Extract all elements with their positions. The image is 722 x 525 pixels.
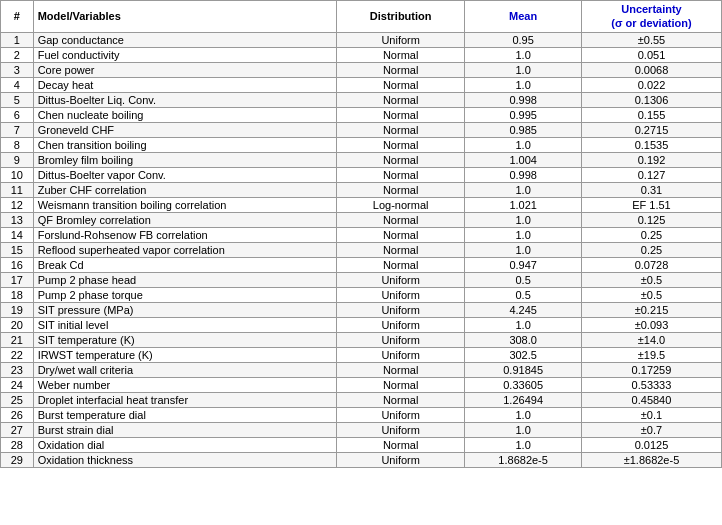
cell-model: Oxidation thickness [33,452,336,467]
table-row: 8Chen transition boilingNormal1.00.1535 [1,137,722,152]
cell-model: Oxidation dial [33,437,336,452]
cell-mean: 1.0 [465,317,582,332]
table-row: 27Burst strain dialUniform1.0±0.7 [1,422,722,437]
cell-mean: 0.998 [465,167,582,182]
cell-distribution: Uniform [336,332,464,347]
cell-model: Dry/wet wall criteria [33,362,336,377]
cell-num: 2 [1,47,34,62]
cell-mean: 302.5 [465,347,582,362]
cell-num: 12 [1,197,34,212]
cell-model: Dittus-Boelter Liq. Conv. [33,92,336,107]
cell-model: Weber number [33,377,336,392]
cell-mean: 4.245 [465,302,582,317]
cell-uncertainty: 0.155 [581,107,721,122]
cell-model: SIT initial level [33,317,336,332]
cell-distribution: Uniform [336,422,464,437]
cell-uncertainty: ±0.7 [581,422,721,437]
table-row: 6Chen nucleate boilingNormal0.9950.155 [1,107,722,122]
cell-model: Bromley film boiling [33,152,336,167]
cell-model: Forslund-Rohsenow FB correlation [33,227,336,242]
header-num: # [1,1,34,33]
table-row: 15Reflood superheated vapor correlationN… [1,242,722,257]
cell-distribution: Normal [336,152,464,167]
cell-num: 14 [1,227,34,242]
cell-mean: 1.0 [465,182,582,197]
table-row: 11Zuber CHF correlationNormal1.00.31 [1,182,722,197]
cell-num: 24 [1,377,34,392]
cell-distribution: Uniform [336,407,464,422]
cell-uncertainty: 0.192 [581,152,721,167]
cell-mean: 1.26494 [465,392,582,407]
cell-mean: 1.0 [465,227,582,242]
cell-mean: 1.0 [465,437,582,452]
cell-distribution: Normal [336,77,464,92]
table-body: 1Gap conductanceUniform0.95±0.552Fuel co… [1,32,722,467]
table-row: 29Oxidation thicknessUniform1.8682e-5±1.… [1,452,722,467]
table-row: 19SIT pressure (MPa)Uniform4.245±0.215 [1,302,722,317]
cell-model: SIT temperature (K) [33,332,336,347]
header-model: Model/Variables [33,1,336,33]
header-mean: Mean [465,1,582,33]
cell-uncertainty: 0.25 [581,242,721,257]
cell-num: 21 [1,332,34,347]
cell-model: IRWST temperature (K) [33,347,336,362]
table-row: 28Oxidation dialNormal1.00.0125 [1,437,722,452]
table-row: 26Burst temperature dialUniform1.0±0.1 [1,407,722,422]
table-row: 4Decay heatNormal1.00.022 [1,77,722,92]
cell-distribution: Normal [336,167,464,182]
cell-uncertainty: ±0.1 [581,407,721,422]
cell-uncertainty: 0.53333 [581,377,721,392]
cell-distribution: Uniform [336,302,464,317]
cell-uncertainty: ±0.093 [581,317,721,332]
table-row: 3Core powerNormal1.00.0068 [1,62,722,77]
table-row: 2Fuel conductivityNormal1.00.051 [1,47,722,62]
cell-model: Core power [33,62,336,77]
cell-num: 22 [1,347,34,362]
table-row: 10Dittus-Boelter vapor Conv.Normal0.9980… [1,167,722,182]
cell-num: 9 [1,152,34,167]
cell-num: 8 [1,137,34,152]
cell-mean: 1.0 [465,77,582,92]
cell-distribution: Uniform [336,287,464,302]
cell-model: Weismann transition boiling correlation [33,197,336,212]
cell-distribution: Log-normal [336,197,464,212]
header-uncertainty: Uncertainty (σ or deviation) [581,1,721,33]
cell-uncertainty: 0.0125 [581,437,721,452]
cell-num: 10 [1,167,34,182]
cell-uncertainty: 0.45840 [581,392,721,407]
cell-num: 11 [1,182,34,197]
cell-mean: 1.0 [465,242,582,257]
cell-uncertainty: 0.125 [581,212,721,227]
cell-mean: 0.95 [465,32,582,47]
cell-model: Burst strain dial [33,422,336,437]
table-row: 18Pump 2 phase torqueUniform0.5±0.5 [1,287,722,302]
cell-uncertainty: 0.127 [581,167,721,182]
cell-model: Chen transition boiling [33,137,336,152]
cell-mean: 1.0 [465,62,582,77]
table-row: 9Bromley film boilingNormal1.0040.192 [1,152,722,167]
cell-num: 15 [1,242,34,257]
cell-mean: 1.8682e-5 [465,452,582,467]
cell-mean: 1.021 [465,197,582,212]
cell-model: Decay heat [33,77,336,92]
cell-model: Reflood superheated vapor correlation [33,242,336,257]
cell-mean: 0.947 [465,257,582,272]
cell-distribution: Uniform [336,347,464,362]
cell-distribution: Normal [336,182,464,197]
table-row: 21SIT temperature (K)Uniform308.0±14.0 [1,332,722,347]
cell-model: Groneveld CHF [33,122,336,137]
cell-model: Burst temperature dial [33,407,336,422]
cell-uncertainty: ±0.5 [581,272,721,287]
cell-distribution: Normal [336,392,464,407]
cell-distribution: Normal [336,47,464,62]
cell-distribution: Normal [336,62,464,77]
cell-uncertainty: 0.0068 [581,62,721,77]
table-row: 12Weismann transition boiling correlatio… [1,197,722,212]
table-row: 5Dittus-Boelter Liq. Conv.Normal0.9980.1… [1,92,722,107]
table-row: 13QF Bromley correlationNormal1.00.125 [1,212,722,227]
cell-num: 27 [1,422,34,437]
cell-uncertainty: 0.25 [581,227,721,242]
cell-mean: 1.004 [465,152,582,167]
cell-distribution: Normal [336,242,464,257]
cell-uncertainty: ±0.55 [581,32,721,47]
